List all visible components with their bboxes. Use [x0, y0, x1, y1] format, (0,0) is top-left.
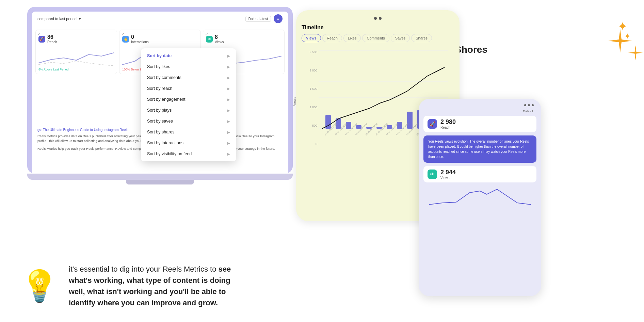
phone-views-values: 2 944 Views: [440, 169, 456, 180]
phone-stat-reach: 🚀 2 980 Reach: [423, 116, 536, 132]
laptop-mockup: compared to last period ▼ Date - Latest …: [27, 7, 293, 184]
stat-header-views: 👁 8 Views: [206, 34, 281, 44]
sort-by-interactions[interactable]: Sort by interactions ▶: [141, 138, 236, 148]
chevron-icon-4: ▶: [227, 87, 230, 91]
sort-by-shares[interactable]: Sort by shares ▶: [141, 127, 236, 138]
phone-reach-label: Reach: [440, 126, 456, 129]
tab-reach[interactable]: Reach: [322, 34, 342, 42]
lightbulb-icon: 💡: [20, 271, 59, 301]
views-value: 8: [215, 34, 224, 40]
svg-rect-8: [346, 122, 351, 129]
filter-button[interactable]: ≡: [274, 14, 283, 23]
svg-rect-13: [397, 122, 402, 129]
y-label-1500: 1 500: [309, 87, 317, 91]
y-label-2500: 2 500: [309, 50, 317, 54]
date-badge[interactable]: Date - Latest: [245, 16, 271, 22]
sort-by-saves[interactable]: Sort by saves ▶: [141, 116, 236, 127]
views-label: Views: [215, 40, 224, 44]
phone-mini-chart: [423, 186, 536, 206]
views-value-group: 8 Views: [215, 34, 224, 44]
period-selector[interactable]: compared to last period ▼: [37, 17, 82, 21]
tab-comments[interactable]: Comments: [362, 34, 389, 42]
phone-views-value: 2 944: [440, 169, 456, 176]
interactions-value-group: 0 Interactions: [131, 34, 149, 44]
chevron-icon-9: ▶: [227, 141, 230, 145]
chevron-icon: ▶: [227, 54, 230, 58]
interactions-icon: 👆: [122, 36, 129, 43]
phone-camera: [423, 104, 536, 106]
expand-icon-2[interactable]: ⤢: [122, 32, 124, 36]
tab-saves[interactable]: Saves: [391, 34, 410, 42]
phone-views-icon: 👁: [428, 170, 437, 179]
phone-frame: Date - L... 🚀 2 980 Reach You Reels view…: [419, 99, 541, 296]
y-label-2000: 2 000: [309, 69, 317, 72]
phone-stat-views: 👁 2 944 Views: [423, 166, 536, 182]
y-label-0: 0: [316, 142, 317, 146]
stat-header-interactions: 👆 0 Interactions: [122, 34, 198, 44]
stat-card-reach: ⤢ 🚀 86 Reach: [35, 30, 117, 74]
dropdown-arrow: ▼: [78, 17, 82, 21]
left-section: compared to last period ▼ Date - Latest …: [0, 0, 296, 322]
phone-chart-svg: [423, 186, 536, 206]
laptop-screen: compared to last period ▼ Date - Latest …: [27, 7, 293, 174]
bottom-section: 💡 it's essential to dig into your Reels …: [0, 263, 296, 308]
sort-by-engagement[interactable]: Sort by engagement ▶: [141, 94, 236, 105]
filter-icon: ≡: [277, 16, 279, 21]
tab-views[interactable]: Views: [302, 34, 321, 42]
reach-label: Reach: [47, 40, 57, 44]
screen-topbar: compared to last period ▼ Date - Latest …: [32, 12, 288, 26]
tab-shares[interactable]: Shares: [411, 34, 432, 42]
phone-topbar: Date - L...: [423, 110, 536, 113]
y-label-500: 500: [312, 124, 317, 127]
phone-reach-value: 2 980: [440, 118, 456, 126]
interactions-value: 0: [131, 34, 149, 40]
chevron-icon-10: ▶: [227, 152, 230, 156]
y-axis: 2 500 2 000 1 500 1 000 500 0: [302, 50, 317, 146]
chevron-icon-2: ▶: [227, 65, 230, 69]
reach-trend: 8% Above Last Period: [38, 68, 114, 71]
sort-by-likes[interactable]: Sort by likes ▶: [141, 61, 236, 72]
period-label: compared to last period: [37, 17, 77, 21]
tooltip-bubble: You Reels views evolution. The overall n…: [423, 135, 536, 163]
phone-mockup: Date - L... 🚀 2 980 Reach You Reels view…: [419, 99, 541, 296]
reach-value: 86: [47, 34, 57, 40]
reach-icon: 🚀: [38, 36, 45, 43]
chevron-icon-5: ▶: [227, 98, 230, 101]
sort-by-date[interactable]: Sort by date ▶: [141, 50, 236, 61]
tab-likes[interactable]: Likes: [343, 34, 361, 42]
laptop-stand: [126, 180, 194, 184]
phone-reach-icon: 🚀: [428, 119, 437, 129]
phone-dot-2: [528, 104, 530, 106]
bottom-text: it's essential to dig into your Reels Me…: [69, 263, 239, 308]
laptop-screen-inner: compared to last period ▼ Date - Latest …: [32, 12, 288, 174]
laptop-base: [27, 174, 293, 180]
timeline-title: Timeline: [302, 25, 454, 31]
phone-dot-3: [532, 104, 534, 106]
camera-dot-1: [374, 17, 377, 20]
sort-by-comments[interactable]: Sort by comments ▶: [141, 72, 236, 83]
sort-by-plays[interactable]: Sort by plays ▶: [141, 105, 236, 116]
chevron-icon-3: ▶: [227, 76, 230, 80]
views-icon: 👁: [206, 36, 213, 43]
camera-dot-2: [379, 17, 382, 20]
y-axis-label: Views: [293, 97, 296, 106]
reach-value-group: 86 Reach: [47, 34, 57, 44]
bottom-text-normal: it's essential to dig into your Reels Me…: [69, 265, 219, 273]
sort-by-visibility[interactable]: Sort by visibility on feed ▶: [141, 148, 236, 159]
phone-date-label: Date - L...: [523, 110, 536, 113]
chevron-icon-6: ▶: [227, 109, 230, 112]
timeline-tabs: Views Reach Likes Comments Saves Shares: [302, 34, 454, 42]
phone-dot-1: [524, 104, 526, 106]
chevron-icon-7: ▶: [227, 119, 230, 123]
reach-chart: [38, 46, 114, 66]
topbar-right: Date - Latest ≡: [245, 14, 283, 23]
right-section: Shores ✦ ✦ Timeline Views Reach Likes Co…: [289, 0, 644, 322]
sort-by-reach[interactable]: Sort by reach ▶: [141, 83, 236, 94]
sparkle-svg-small: [627, 44, 644, 61]
y-label-1000: 1 000: [309, 106, 317, 109]
svg-rect-14: [407, 112, 413, 129]
tablet-camera: [302, 17, 454, 20]
sort-dropdown: Sort by date ▶ Sort by likes ▶ Sort by c…: [141, 48, 236, 161]
expand-icon[interactable]: ⤢: [38, 32, 41, 36]
expand-icon-3[interactable]: ⤢: [205, 32, 208, 36]
